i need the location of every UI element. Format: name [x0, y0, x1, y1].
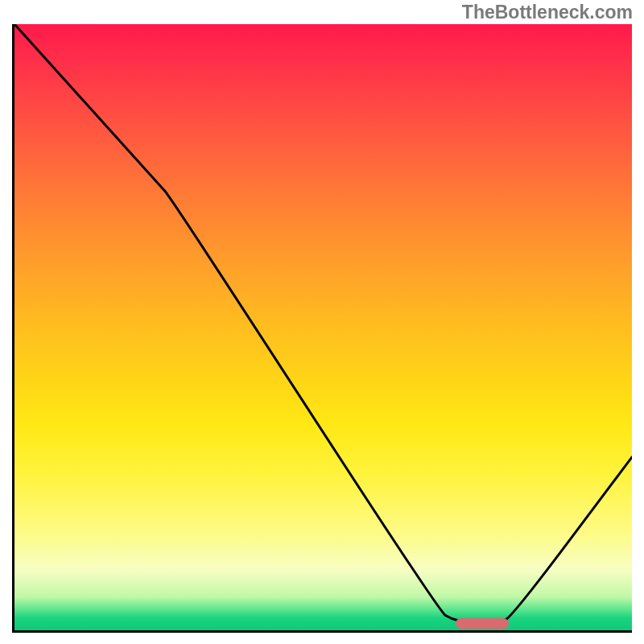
curve-svg: [14, 24, 632, 630]
min-marker: [456, 618, 509, 629]
bottleneck-curve: [14, 24, 632, 621]
chart-stage: TheBottleneck.com: [0, 0, 644, 644]
plot-area: [12, 24, 632, 633]
watermark-text: TheBottleneck.com: [462, 2, 633, 23]
